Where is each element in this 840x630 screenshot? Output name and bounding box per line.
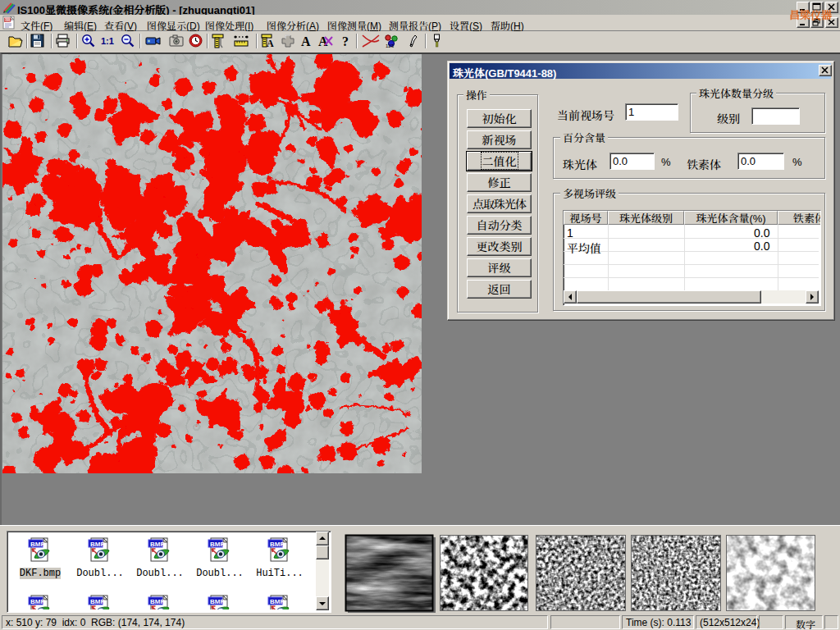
svg-text:DOC: DOC [5, 19, 11, 22]
svg-text:A: A [267, 38, 274, 49]
svg-text:1:1: 1:1 [101, 36, 114, 46]
svg-text:123: 123 [386, 43, 395, 48]
svg-text:?: ? [342, 34, 349, 48]
svg-text:A: A [318, 34, 328, 48]
svg-text:A: A [301, 34, 311, 48]
